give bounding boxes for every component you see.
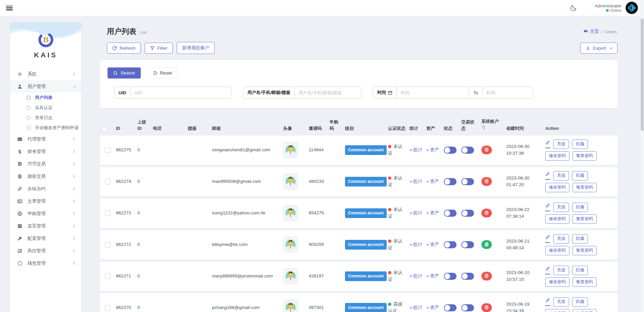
- status-toggle[interactable]: [444, 178, 457, 185]
- stats-link[interactable]: » 统计: [410, 147, 422, 152]
- filter-button[interactable]: Filter: [145, 43, 173, 54]
- sidebar-subitem-1-0[interactable]: 用户列表: [10, 93, 81, 103]
- recharge-button[interactable]: 充值: [553, 203, 569, 212]
- row-checkbox[interactable]: [105, 210, 111, 216]
- sidebar-item-5[interactable]: B期权交易: [10, 170, 81, 183]
- funnel-icon[interactable]: [481, 125, 503, 132]
- user-avatar[interactable]: [626, 2, 638, 14]
- trade-status-toggle[interactable]: [461, 210, 474, 217]
- row-checkbox[interactable]: [105, 305, 111, 311]
- status-toggle[interactable]: [444, 304, 457, 311]
- stats-link[interactable]: » 统计: [410, 210, 422, 215]
- add-system-account-button[interactable]: 新增系统账户: [177, 42, 215, 54]
- sidebar-subitem-1-2[interactable]: 登录日志: [10, 113, 81, 123]
- stats-link[interactable]: » 统计: [410, 273, 422, 278]
- sidebar-subitem-1-3[interactable]: 手动修改资产密码申请: [10, 123, 81, 133]
- breadcrumb-home[interactable]: 主页: [583, 29, 599, 35]
- reset-button[interactable]: Reset: [147, 67, 177, 79]
- asset-link[interactable]: » 资产: [426, 305, 439, 310]
- user-avatar-image[interactable]: [283, 142, 305, 158]
- change-password-button[interactable]: 修改密码: [545, 246, 569, 255]
- user-info[interactable]: Administrator Online: [595, 3, 621, 12]
- restore-password-button[interactable]: 恢复密码: [572, 183, 597, 192]
- belong-button[interactable]: 归属: [572, 266, 588, 275]
- change-password-button[interactable]: 修改密码: [545, 309, 569, 312]
- sidebar-item-10[interactable]: 配置管理: [10, 232, 81, 245]
- sidebar-item-4[interactable]: B币币交易: [10, 158, 81, 170]
- status-toggle[interactable]: [444, 241, 457, 248]
- change-password-button[interactable]: 修改密码: [545, 151, 569, 161]
- sidebar-item-12[interactable]: 钱包管理: [10, 257, 81, 269]
- time-to-input[interactable]: [482, 87, 533, 98]
- trade-status-toggle[interactable]: [461, 178, 474, 185]
- export-button[interactable]: Export: [580, 43, 617, 54]
- asset-link[interactable]: » 资产: [426, 273, 439, 278]
- user-avatar-image[interactable]: [283, 300, 305, 312]
- restore-password-button[interactable]: 恢复密码: [572, 214, 597, 224]
- select-all-checkbox[interactable]: [102, 126, 108, 132]
- user-avatar-image[interactable]: [283, 205, 305, 221]
- row-checkbox[interactable]: [105, 179, 111, 185]
- belong-button[interactable]: 归属: [572, 203, 588, 212]
- dark-mode-icon[interactable]: [570, 4, 577, 12]
- recharge-button[interactable]: 充值: [553, 297, 569, 307]
- user-avatar-image[interactable]: [283, 173, 305, 190]
- recharge-button[interactable]: 充值: [553, 171, 569, 180]
- menu-toggle-icon[interactable]: [6, 6, 13, 10]
- restore-password-button[interactable]: 恢复密码: [572, 151, 597, 161]
- sidebar-item-2[interactable]: 代理管理: [10, 133, 81, 145]
- sidebar-subitem-1-1[interactable]: 实名认证: [10, 103, 81, 113]
- recharge-button[interactable]: 充值: [553, 234, 569, 244]
- sidebar-item-0[interactable]: 系统: [10, 68, 81, 80]
- asset-link[interactable]: » 资产: [426, 147, 439, 152]
- sidebar-item-9[interactable]: 首页管理: [10, 220, 81, 232]
- trade-status-toggle[interactable]: [461, 273, 474, 280]
- row-checkbox[interactable]: [105, 242, 111, 248]
- trade-status-toggle[interactable]: [461, 241, 474, 248]
- status-toggle[interactable]: [444, 147, 457, 154]
- sidebar-item-11[interactable]: 风控管理: [10, 245, 81, 257]
- scrollbar-thumb[interactable]: [641, 18, 644, 131]
- stats-link[interactable]: » 统计: [410, 179, 422, 184]
- vertical-scrollbar[interactable]: [640, 0, 644, 312]
- sidebar-item-6[interactable]: 永续合约: [10, 183, 81, 195]
- edit-button[interactable]: [545, 266, 550, 275]
- restore-password-button[interactable]: 恢复密码: [572, 277, 597, 287]
- edit-button[interactable]: [545, 140, 550, 149]
- belong-button[interactable]: 归属: [572, 297, 588, 307]
- status-toggle[interactable]: [444, 273, 457, 280]
- trade-status-toggle[interactable]: [461, 147, 474, 154]
- restore-password-button[interactable]: 恢复密码: [572, 246, 597, 255]
- sidebar-item-3[interactable]: $财务管理: [10, 145, 81, 158]
- stats-link[interactable]: » 统计: [410, 242, 422, 247]
- recharge-button[interactable]: 充值: [553, 266, 569, 275]
- edit-button[interactable]: [545, 298, 550, 306]
- sidebar-item-1[interactable]: 用户管理: [10, 80, 81, 93]
- asset-link[interactable]: » 资产: [426, 210, 439, 215]
- user-avatar-image[interactable]: [283, 268, 305, 284]
- recharge-button[interactable]: 充值: [553, 140, 569, 149]
- search-button[interactable]: Search: [108, 67, 141, 79]
- user-avatar-image[interactable]: [283, 237, 305, 253]
- restore-password-button[interactable]: 恢复密码: [572, 309, 597, 312]
- sidebar-item-7[interactable]: 文章管理: [10, 195, 81, 207]
- user-filter-input[interactable]: [295, 87, 361, 98]
- belong-button[interactable]: 归属: [572, 234, 588, 244]
- belong-button[interactable]: 归属: [572, 171, 588, 180]
- uid-input[interactable]: [130, 87, 231, 98]
- belong-button[interactable]: 归属: [572, 140, 588, 149]
- edit-button[interactable]: [545, 235, 550, 243]
- sidebar-item-8[interactable]: 申购管理: [10, 207, 81, 220]
- row-checkbox[interactable]: [105, 273, 111, 279]
- time-from-input[interactable]: [397, 87, 469, 98]
- change-password-button[interactable]: 修改密码: [545, 277, 569, 287]
- change-password-button[interactable]: 修改密码: [545, 183, 569, 192]
- edit-button[interactable]: [545, 203, 550, 212]
- sort-up-icon[interactable]: ↑: [525, 126, 527, 131]
- change-password-button[interactable]: 修改密码: [545, 214, 569, 224]
- asset-link[interactable]: » 资产: [426, 242, 439, 247]
- stats-link[interactable]: » 统计: [410, 305, 422, 310]
- status-toggle[interactable]: [444, 210, 457, 217]
- refresh-button[interactable]: Refresh: [107, 43, 141, 54]
- edit-button[interactable]: [545, 171, 550, 180]
